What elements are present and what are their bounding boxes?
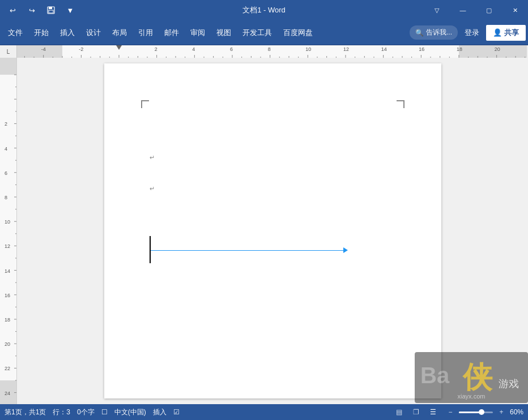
line-info: 行：3 [53,408,70,417]
restore-button[interactable]: ▢ [476,0,502,20]
menu-view[interactable]: 视图 [211,24,237,41]
corner-mark-tr [397,100,404,108]
paragraph-mark-1: ↵ [150,154,155,161]
ribbon-toggle-button[interactable]: ▽ [424,0,450,20]
main-area: ↵ ↵ [0,58,528,404]
menubar-right: 🔍 告诉我... 登录 👤 共享 [410,25,526,41]
edit-mode-icon: ☐ [101,408,108,416]
menu-design[interactable]: 设计 [80,24,107,41]
menu-mailings[interactable]: 邮件 [159,24,185,41]
menu-file[interactable]: 文件 [2,24,28,41]
char-count: 0个字 [77,408,95,417]
arrow-head [343,247,348,253]
web-layout-button[interactable]: ❐ [410,407,423,417]
vertical-ruler[interactable] [0,58,17,404]
menu-developer[interactable]: 开发工具 [237,24,278,41]
zoom-in-button[interactable]: + [495,407,508,417]
menubar: 文件 开始 插入 设计 布局 引用 邮件 审阅 视图 开发工具 百度网盘 🔍 告… [0,20,528,45]
print-layout-button[interactable]: ▤ [393,407,406,417]
horizontal-ruler[interactable] [17,45,528,58]
menu-home[interactable]: 开始 [28,24,54,41]
document-scroll-area[interactable]: ↵ ↵ [17,58,528,404]
share-button[interactable]: 👤 共享 [486,25,526,41]
read-mode-button[interactable]: ☰ [427,407,440,417]
menu-baidu[interactable]: 百度网盘 [278,24,318,41]
titlebar: ↩ ↪ ▼ 文档1 - Word ▽ — ▢ ✕ [0,0,528,20]
save-button[interactable] [43,2,59,18]
zoom-thumb [479,409,484,415]
menu-layout[interactable]: 布局 [107,24,133,41]
zoom-bar: − + 60% [444,407,523,417]
zoom-out-button[interactable]: − [444,407,457,417]
menu-references[interactable]: 引用 [133,24,159,41]
zoom-percent[interactable]: 60% [510,408,523,416]
titlebar-left: ↩ ↪ ▼ [0,2,424,18]
undo-button[interactable]: ↩ [5,2,20,18]
login-button[interactable]: 登录 [460,25,484,40]
page-info: 第1页，共1页 [5,408,46,417]
minimize-button[interactable]: — [450,0,476,20]
share-label: 共享 [504,28,519,38]
tell-me-box[interactable]: 🔍 告诉我... [410,25,458,40]
redo-button[interactable]: ↪ [24,2,40,18]
statusbar-right: ▤ ❐ ☰ − + 60% [393,407,523,417]
titlebar-title: 文档1 - Word [242,5,286,15]
track-changes-icon: ☑ [173,408,180,416]
input-mode: 插入 [153,408,167,417]
search-icon: 🔍 [415,29,424,37]
zoom-fill [459,412,479,413]
menu-insert[interactable]: 插入 [54,24,80,41]
qat-dropdown-button[interactable]: ▼ [62,2,78,18]
paragraph-mark-2: ↵ [150,185,155,192]
tell-me-text: 告诉我... [426,28,452,37]
zoom-slider[interactable] [459,412,493,413]
close-button[interactable]: ✕ [502,0,528,20]
arrow-line [151,250,343,251]
language: 中文(中国) [114,408,146,417]
document-page[interactable]: ↵ ↵ [104,63,441,398]
ruler-corner[interactable]: L [0,45,17,58]
titlebar-controls: ▽ — ▢ ✕ [424,0,528,20]
share-icon: 👤 [493,28,502,37]
statusbar: 第1页，共1页 行：3 0个字 ☐ 中文(中国) 插入 ☑ ▤ ❐ ☰ − + … [0,404,528,420]
svg-rect-2 [49,10,53,13]
menu-review[interactable]: 审阅 [185,24,211,41]
svg-rect-1 [49,7,52,9]
corner-mark-tl [141,100,149,108]
ruler-container: L [0,45,528,58]
arrow-line-container [151,247,348,253]
